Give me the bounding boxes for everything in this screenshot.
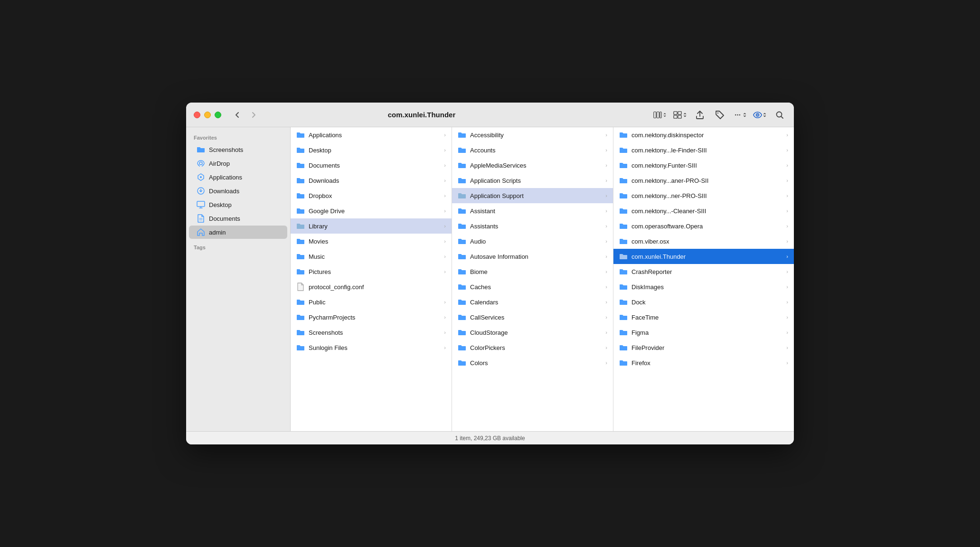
col1-music[interactable]: Music › [291,249,452,264]
col1-pycharm[interactable]: PycharmProjects › [291,310,452,325]
sidebar-item-airdrop[interactable]: AirDrop [189,157,287,170]
col3-firefox[interactable]: Firefox › [613,355,794,370]
more-button[interactable] [733,108,746,122]
tag-button[interactable] [713,108,726,122]
svg-point-14 [199,162,202,165]
col2-callservices-label: CallServices [470,314,602,321]
col2-cloudstorage[interactable]: CloudStorage › [452,325,613,340]
titlebar: com.xunlei.Thunder [186,103,794,127]
svg-point-10 [739,114,741,115]
col1-public[interactable]: Public › [291,294,452,310]
col3-nektony-finder[interactable]: com.nektony...le-Finder-SIII › [613,142,794,158]
chevron-icon: › [786,345,788,350]
col3-nektony-funter[interactable]: com.nektony.Funter-SIII › [613,158,794,173]
svg-rect-5 [674,115,677,118]
airdrop-icon [197,159,205,168]
col2-assistants[interactable]: Assistants › [452,218,613,234]
col2-callservices[interactable]: CallServices › [452,310,613,325]
col2-colors[interactable]: Colors › [452,355,613,370]
col2-calendars[interactable]: Calendars › [452,294,613,310]
col1-downloads[interactable]: Downloads › [291,173,452,188]
main-content: Favorites Screenshots AirD [186,127,794,431]
chevron-icon: › [444,330,446,335]
col1-movies[interactable]: Movies › [291,234,452,249]
col2-audio[interactable]: Audio › [452,234,613,249]
grid-view-button[interactable] [673,108,687,122]
col1-screenshots[interactable]: Screenshots › [291,325,452,340]
col2-biome[interactable]: Biome › [452,264,613,279]
col3-nektony-pro2-label: com.nektony...aner-PRO-SII [631,177,782,184]
col3-opera[interactable]: com.operasoftware.Opera › [613,218,794,234]
col3-viber[interactable]: com.viber.osx › [613,234,794,249]
preview-button[interactable] [753,108,766,122]
sidebar-item-screenshots[interactable]: Screenshots [189,143,287,156]
close-button[interactable] [194,112,200,118]
col1-desktop[interactable]: Desktop › [291,142,452,158]
col3-nektony-cleaner[interactable]: com.nektony...-Cleaner-SIII › [613,203,794,218]
chevron-icon: › [605,299,607,305]
back-button[interactable] [231,108,244,122]
col3-xunlei[interactable]: com.xunlei.Thunder › [613,249,794,264]
col3-fileprovider[interactable]: FileProvider › [613,340,794,355]
status-text: 1 item, 249,23 GB available [455,435,525,442]
col1-pycharm-label: PycharmProjects [309,314,440,321]
sidebar-item-applications[interactable]: Applications [189,170,287,184]
col1-applications-label: Applications [309,132,440,139]
col2-assistant[interactable]: Assistant › [452,203,613,218]
chevron-icon: › [786,314,788,320]
col2-colorpickers[interactable]: ColorPickers › [452,340,613,355]
sidebar: Favorites Screenshots AirD [186,127,291,431]
col2-appsupport[interactable]: Application Support › [452,188,613,203]
minimize-button[interactable] [204,112,211,118]
col1-library[interactable]: Library › [291,218,452,234]
col1-sunlogin[interactable]: Sunlogin Files › [291,340,452,355]
chevron-icon: › [786,269,788,274]
sidebar-item-admin[interactable]: admin [189,226,287,239]
search-button[interactable] [773,108,786,122]
sidebar-item-screenshots-label: Screenshots [209,146,280,153]
chevron-icon: › [444,314,446,320]
chevron-icon: › [605,132,607,138]
col1-documents[interactable]: Documents › [291,158,452,173]
favorites-label: Favorites [186,133,290,142]
chevron-icon: › [786,162,788,168]
col3-xunlei-label: com.xunlei.Thunder [631,253,782,260]
nav-buttons [231,108,260,122]
col3-nektony-pro2[interactable]: com.nektony...aner-PRO-SII › [613,173,794,188]
sidebar-item-downloads[interactable]: Downloads [189,184,287,198]
sidebar-item-desktop[interactable]: Desktop [189,198,287,211]
col3-facetime[interactable]: FaceTime › [613,310,794,325]
chevron-icon: › [786,223,788,229]
col3-nektony-disk[interactable]: com.nektony.diskinspector › [613,127,794,142]
col1-dropbox[interactable]: Dropbox › [291,188,452,203]
col3-crashreporter[interactable]: CrashReporter › [613,264,794,279]
col2-caches[interactable]: Caches › [452,279,613,294]
svg-point-9 [737,114,738,115]
chevron-icon: › [786,299,788,305]
col3-nektony-pro3[interactable]: com.nektony...ner-PRO-SIII › [613,188,794,203]
col2-applemedia[interactable]: AppleMediaServices › [452,158,613,173]
svg-rect-2 [660,112,661,118]
sidebar-item-documents[interactable]: Documents [189,212,287,225]
view-toggle[interactable] [653,108,667,122]
col1-applications[interactable]: Applications › [291,127,452,142]
chevron-icon: › [605,314,607,320]
col3-figma[interactable]: Figma › [613,325,794,340]
svg-rect-0 [654,112,656,118]
col2-accessibility[interactable]: Accessibility › [452,127,613,142]
sidebar-item-desktop-label: Desktop [209,201,280,208]
col2-autosave[interactable]: Autosave Information › [452,249,613,264]
forward-button[interactable] [247,108,260,122]
col1-pictures[interactable]: Pictures › [291,264,452,279]
maximize-button[interactable] [215,112,221,118]
col3-dock[interactable]: Dock › [613,294,794,310]
col2-accounts[interactable]: Accounts › [452,142,613,158]
col1-google-drive[interactable]: Google Drive › [291,203,452,218]
share-button[interactable] [693,108,707,122]
col1-protocol-config[interactable]: protocol_config.conf [291,279,452,294]
desktop-icon [197,200,205,209]
col3-diskimages[interactable]: DiskImages › [613,279,794,294]
col2-appscripts[interactable]: Application Scripts › [452,173,613,188]
svg-point-15 [200,176,202,178]
col1-googledrive-label: Google Drive [309,207,440,215]
